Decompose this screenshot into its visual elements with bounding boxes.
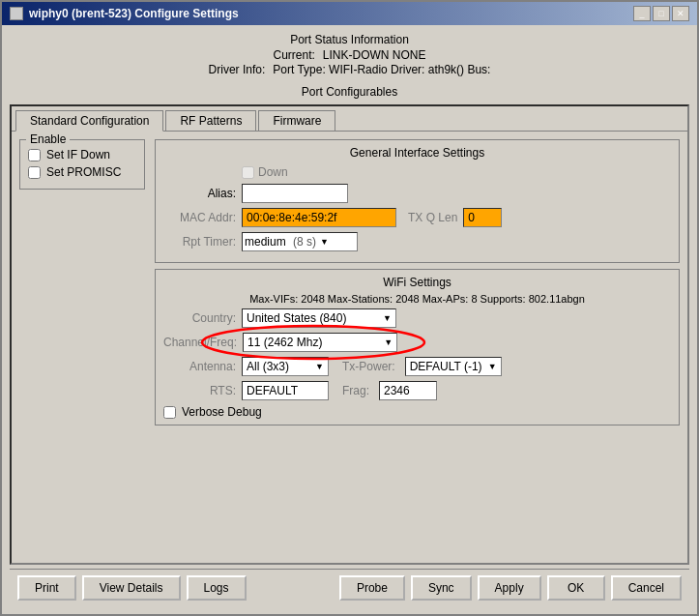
rts-label: RTS: — [163, 384, 236, 397]
bottom-bar: Print View Details Logs Probe Sync Apply… — [10, 569, 689, 606]
wifi-title: WiFi Settings — [163, 276, 671, 289]
down-row: Down — [163, 165, 671, 179]
sync-button[interactable]: Sync — [411, 575, 472, 601]
settings-icon — [10, 7, 23, 20]
wifi-settings-section: WiFi Settings Max-VIFs: 2048 Max-Station… — [155, 269, 680, 425]
channel-label: Channel/Freq: — [163, 336, 237, 349]
logs-button[interactable]: Logs — [187, 575, 247, 601]
titlebar-left: wiphy0 (brent-523) Configure Settings — [10, 7, 239, 20]
txpower-label: Tx-Power: — [342, 360, 395, 373]
txpower-arrow: ▼ — [488, 362, 497, 371]
verbose-debug-checkbox[interactable] — [163, 406, 176, 419]
antenna-value: All (3x3) — [247, 360, 289, 373]
set-promisc-label: Set PROMISC — [46, 165, 121, 179]
rpt-select[interactable]: medium (8 s) ▼ — [242, 232, 358, 251]
probe-button[interactable]: Probe — [339, 575, 405, 601]
tab-standard[interactable]: Standard Configuration — [15, 110, 163, 132]
country-value: United States (840) — [247, 311, 346, 325]
frag-label: Frag: — [342, 384, 369, 397]
antenna-label: Antenna: — [163, 360, 236, 373]
set-if-down-row: Set IF Down — [28, 148, 136, 161]
down-label: Down — [258, 165, 288, 179]
titlebar: wiphy0 (brent-523) Configure Settings _ … — [2, 2, 697, 25]
verbose-debug-label: Verbose Debug — [182, 405, 262, 419]
txpower-select[interactable]: DEFAULT (-1) ▼ — [405, 357, 502, 376]
rpt-label: Rpt Timer: — [163, 235, 236, 249]
general-title: General Interface Settings — [163, 146, 671, 160]
channel-arrow: ▼ — [384, 337, 393, 347]
country-row: Country: United States (840) ▼ — [163, 308, 671, 328]
txpower-value: DEFAULT (-1) — [410, 360, 482, 373]
txqlen-label: TX Q Len — [408, 211, 457, 224]
alias-row: Alias: — [163, 184, 671, 203]
tab-firmware[interactable]: Firmware — [258, 110, 335, 131]
right-panel: General Interface Settings Down Alias: — [155, 139, 680, 555]
wifi-info-row: Max-VIFs: 2048 Max-Stations: 2048 Max-AP… — [163, 293, 671, 305]
tab-rf-patterns[interactable]: RF Patterns — [165, 110, 256, 131]
tab-content: Enable Set IF Down Set PROMISC — [12, 131, 687, 563]
rpt-value: medium — [245, 235, 286, 249]
channel-row: Channel/Freq: 11 (2462 Mhz) ▼ — [163, 333, 671, 352]
verbose-row: Verbose Debug — [163, 405, 671, 419]
port-status-title: Port Status Information — [10, 33, 689, 46]
window-title: wiphy0 (brent-523) Configure Settings — [29, 7, 239, 20]
frag-input[interactable] — [379, 381, 437, 400]
antenna-select[interactable]: All (3x3) ▼ — [242, 357, 329, 376]
txqlen-input[interactable] — [463, 208, 502, 227]
set-promisc-row: Set PROMISC — [28, 165, 136, 179]
antenna-arrow: ▼ — [315, 362, 324, 371]
current-label: Current: — [273, 48, 314, 62]
alias-input[interactable] — [242, 184, 348, 203]
mac-row: MAC Addr: TX Q Len — [163, 208, 671, 227]
titlebar-buttons: _ □ ✕ — [633, 6, 689, 21]
mac-input[interactable] — [242, 208, 396, 227]
print-button[interactable]: Print — [17, 575, 76, 601]
tabs-header: Standard Configuration RF Patterns Firmw… — [12, 106, 687, 131]
channel-value: 11 (2462 Mhz) — [248, 336, 322, 349]
apply-button[interactable]: Apply — [478, 575, 541, 601]
general-interface-section: General Interface Settings Down Alias: — [155, 139, 680, 263]
enable-legend: Enable — [26, 132, 70, 146]
port-configurables-title: Port Configurables — [10, 85, 689, 99]
cancel-button[interactable]: Cancel — [611, 575, 682, 601]
view-details-button[interactable]: View Details — [82, 575, 181, 601]
antenna-row: Antenna: All (3x3) ▼ Tx-Power: DEFAULT (… — [163, 357, 671, 376]
down-checkbox[interactable] — [242, 166, 254, 179]
rpt-arrow: ▼ — [320, 237, 329, 247]
set-if-down-label: Set IF Down — [46, 148, 110, 161]
enable-group: Enable Set IF Down Set PROMISC — [19, 139, 145, 190]
driver-label: Driver Info: — [209, 63, 266, 76]
port-status-section: Port Status Information Current: LINK-DO… — [10, 33, 689, 77]
maximize-button[interactable]: □ — [653, 6, 670, 21]
driver-row: Driver Info: Port Type: WIFI-Radio Drive… — [10, 63, 689, 76]
country-arrow: ▼ — [383, 313, 392, 323]
alias-label: Alias: — [163, 187, 236, 200]
minimize-button[interactable]: _ — [633, 6, 651, 21]
channel-select[interactable]: 11 (2462 Mhz) ▼ — [243, 333, 397, 352]
current-value: LINK-DOWN NONE — [323, 48, 426, 62]
tabs-container: Standard Configuration RF Patterns Firmw… — [10, 104, 689, 565]
ok-button[interactable]: OK — [547, 575, 605, 601]
left-panel: Enable Set IF Down Set PROMISC — [19, 139, 145, 555]
channel-highlight-container: 11 (2462 Mhz) ▼ — [243, 333, 397, 352]
set-promisc-checkbox[interactable] — [28, 166, 41, 179]
mac-label: MAC Addr: — [163, 211, 236, 224]
main-content: Port Status Information Current: LINK-DO… — [2, 25, 697, 614]
country-select[interactable]: United States (840) ▼ — [242, 308, 396, 328]
down-checkbox-group: Down — [242, 165, 288, 179]
current-row: Current: LINK-DOWN NONE — [10, 48, 689, 62]
rpt-row: Rpt Timer: medium (8 s) ▼ — [163, 232, 671, 251]
close-button[interactable]: ✕ — [672, 6, 689, 21]
rts-row: RTS: Frag: — [163, 381, 671, 400]
rts-input[interactable] — [242, 381, 329, 400]
country-label: Country: — [163, 311, 236, 325]
main-window: wiphy0 (brent-523) Configure Settings _ … — [0, 0, 699, 616]
set-if-down-checkbox[interactable] — [28, 149, 41, 161]
driver-value: Port Type: WIFI-Radio Driver: ath9k() Bu… — [273, 63, 490, 76]
rpt-detail: (8 s) — [290, 235, 316, 249]
